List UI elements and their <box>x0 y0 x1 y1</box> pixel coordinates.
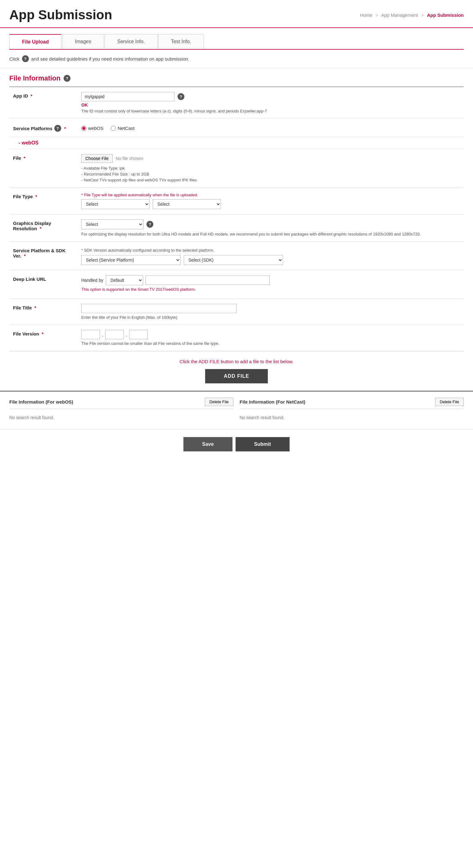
breadcrumb-app-management[interactable]: App Management <box>381 12 418 18</box>
section-help-icon[interactable]: ? <box>64 75 70 82</box>
file-title-required: * <box>34 305 36 310</box>
file-field-cell: Choose File No file chosen - Available F… <box>77 149 464 188</box>
platform-netcast-label[interactable]: NetCast <box>111 125 134 131</box>
app-id-row: App ID * ? OK The ID must consist only o… <box>9 87 464 119</box>
info-help-icon[interactable]: ? <box>22 55 29 62</box>
platform-webos-label[interactable]: webOS <box>81 125 103 131</box>
choose-file-button[interactable]: Choose File <box>81 154 113 163</box>
version-dot-1: . <box>102 332 103 338</box>
app-id-required: * <box>31 93 33 98</box>
no-result-webos: No search result found. <box>9 412 233 423</box>
page-title: App Submission <box>9 7 112 22</box>
file-info-webos: File Information (For webOS) Delete File… <box>9 398 233 423</box>
file-version-label: File Version * <box>9 325 77 351</box>
submit-button[interactable]: Submit <box>236 437 290 452</box>
file-type-row: File Type * * File Type will be applied … <box>9 188 464 214</box>
breadcrumb-current: App Submission <box>427 12 464 18</box>
platform-radio-group: webOS NetCast <box>81 124 460 131</box>
file-title-field-cell: Enter the title of your File in English.… <box>77 299 464 325</box>
graphics-label: Graphics Display Resolution * <box>9 214 77 242</box>
breadcrumb: Home > App Management > App Submission <box>360 12 464 18</box>
graphics-select[interactable]: Select <box>81 219 143 229</box>
deep-link-input-row: Handled by Default <box>81 275 460 285</box>
file-hint-1: - Recommended File Size : up to 2GB <box>81 172 460 177</box>
page-header: App Submission Home > App Management > A… <box>0 0 473 28</box>
file-info-netcast-header: File Information (For NetCast) Delete Fi… <box>240 398 464 409</box>
service-platforms-row: Service Platforms ? * webOS NetCast <box>9 119 464 137</box>
file-version-3[interactable] <box>129 330 148 339</box>
file-version-2[interactable] <box>105 330 124 339</box>
file-info-netcast-title: File Information (For NetCast) <box>240 399 305 404</box>
file-row: File * Choose File No file chosen - Avai… <box>9 149 464 188</box>
section-title-text: File Information <box>9 74 61 82</box>
file-title-label: File Title * <box>9 299 77 325</box>
no-result-netcast: No search result found. <box>240 412 464 423</box>
breadcrumb-sep2: > <box>421 12 424 18</box>
deep-link-label: Deep Link URL <box>9 270 77 299</box>
add-file-hint: Click the ADD FILE button to add a file … <box>19 359 454 364</box>
platform-netcast-radio[interactable] <box>111 126 116 131</box>
file-type-selects: Select Select <box>81 199 460 209</box>
deep-link-warning: This option is supported on the Smart TV… <box>81 287 460 292</box>
deep-link-url-input[interactable] <box>145 276 270 285</box>
sdk-select[interactable]: Select (SDK) <box>184 255 283 265</box>
graphics-hint: For optimizing the display resolution fo… <box>81 232 460 237</box>
file-version-1[interactable] <box>81 330 100 339</box>
delete-file-webos-button[interactable]: Delete File <box>205 398 233 406</box>
deep-link-row: Deep Link URL Handled by Default This op… <box>9 270 464 299</box>
service-platforms-help-icon[interactable]: ? <box>54 125 61 132</box>
tab-file-upload[interactable]: File Upload <box>9 34 62 49</box>
version-inputs: . . <box>81 330 460 339</box>
save-button[interactable]: Save <box>183 437 232 452</box>
sdk-label: Service Platform & SDK Ver. * <box>9 242 77 270</box>
file-info-netcast: File Information (For NetCast) Delete Fi… <box>240 398 464 423</box>
add-file-button[interactable]: ADD FILE <box>205 369 268 383</box>
service-platforms-label: Service Platforms ? * <box>9 119 77 137</box>
file-label: File * <box>9 149 77 188</box>
file-hint-2: - NetCast TVs support zip files and webO… <box>81 178 460 182</box>
delete-file-netcast-button[interactable]: Delete File <box>435 398 464 406</box>
breadcrumb-home[interactable]: Home <box>360 12 372 18</box>
file-info-webos-title: File Information (For webOS) <box>9 399 73 404</box>
file-version-field-cell: . . The File version cannot be smaller t… <box>77 325 464 351</box>
deep-link-field-cell: Handled by Default This option is suppor… <box>77 270 464 299</box>
tab-test-info[interactable]: Test Info. <box>158 34 204 49</box>
file-type-select-1[interactable]: Select <box>81 199 149 209</box>
handled-by-text: Handled by <box>81 278 103 283</box>
file-version-required: * <box>42 331 43 336</box>
handled-by-select[interactable]: Default <box>106 275 143 285</box>
tab-bar: File Upload Images Service Info. Test In… <box>9 34 464 50</box>
bottom-buttons: Save Submit <box>0 429 473 459</box>
file-title-row: File Title * Enter the title of your Fil… <box>9 299 464 325</box>
breadcrumb-sep1: > <box>376 12 378 18</box>
file-version-hint: The File version cannot be smaller than … <box>81 341 460 346</box>
info-bar: Click ? and see detailed guidelines if y… <box>0 50 473 68</box>
tab-images[interactable]: Images <box>62 34 104 49</box>
file-required: * <box>24 155 26 161</box>
file-title-input[interactable] <box>81 304 236 313</box>
add-file-section: Click the ADD FILE button to add a file … <box>9 351 464 391</box>
graphics-field-cell: Select ? For optimizing the display reso… <box>77 214 464 242</box>
file-type-label: File Type * <box>9 188 77 214</box>
app-id-hint: The ID must consist only of lowercase le… <box>81 109 460 114</box>
sdk-required: * <box>24 253 26 258</box>
app-id-help-icon[interactable]: ? <box>177 93 184 100</box>
tab-service-info[interactable]: Service Info. <box>105 34 158 49</box>
app-id-label: App ID * <box>9 87 77 119</box>
graphics-help-icon[interactable]: ? <box>146 221 153 228</box>
file-input-area: Choose File No file chosen <box>81 154 460 163</box>
sdk-hint: * SDK Version automatically configured a… <box>81 248 460 253</box>
no-file-text: No file chosen <box>116 156 143 161</box>
graphics-select-row: Select ? <box>81 219 460 229</box>
file-info-webos-header: File Information (For webOS) Delete File <box>9 398 233 409</box>
graphics-row: Graphics Display Resolution * Select ? F… <box>9 214 464 242</box>
service-platform-select[interactable]: Select (Service Platform) <box>81 255 181 265</box>
webos-label: - webOS <box>9 137 464 149</box>
app-id-input[interactable] <box>81 92 174 101</box>
file-type-field-cell: * File Type will be applied automaticall… <box>77 188 464 214</box>
service-platforms-field-cell: webOS NetCast <box>77 119 464 137</box>
file-version-row: File Version * . . The File version cann… <box>9 325 464 351</box>
file-type-select-2[interactable]: Select <box>153 199 221 209</box>
app-id-ok: OK <box>81 102 460 107</box>
platform-webos-radio[interactable] <box>81 126 86 131</box>
